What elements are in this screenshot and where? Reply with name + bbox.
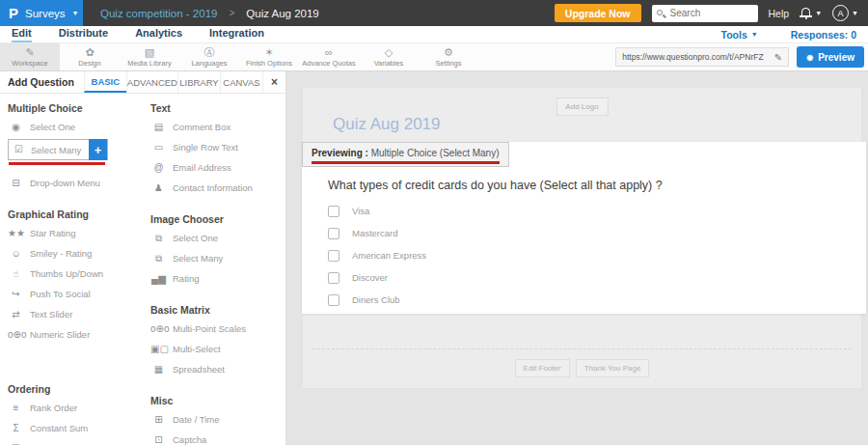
question-type-drag-and-drop[interactable]: ❏Drag and Drop: [8, 438, 143, 445]
question-type-email-address[interactable]: @Email Address: [150, 157, 285, 178]
toolbar-media-library[interactable]: ▧Media Library: [120, 43, 179, 70]
option-row-mastercard: Mastercard: [328, 222, 426, 244]
question-type-push-to-social[interactable]: ↪Push To Social: [8, 284, 143, 304]
add-logo-button[interactable]: Add Logo: [556, 97, 608, 116]
question-type-smiley-rating[interactable]: ☺Smiley - Rating: [8, 243, 143, 264]
label-comment-box: Comment Box: [173, 122, 231, 132]
person-icon: ♟: [150, 183, 167, 193]
add-question-plus-button[interactable]: +: [89, 139, 107, 160]
question-type-select-many[interactable]: ☑Select Many+: [8, 139, 108, 160]
basic-matrix-section: Basic Matrixo⊕oMulti-Point Scales▣▢Multi…: [150, 304, 285, 379]
question-type-numeric-slider[interactable]: o⊕oNumeric Slider: [8, 324, 143, 345]
menu-bar: EditDistributeAnalyticsIntegration Tools…: [0, 26, 868, 43]
menu-integration[interactable]: Integration: [209, 26, 264, 42]
brand-block[interactable]: P Surveys ▼: [0, 0, 83, 26]
toolbar-variables[interactable]: ◇Variables: [359, 43, 419, 70]
survey-card: Add Logo Quiz Aug 2019 Previewing : Mult…: [302, 87, 862, 389]
account-control[interactable]: A ▼: [832, 5, 858, 21]
question-type-rank-order[interactable]: ≡Rank Order: [8, 398, 143, 418]
toolbar-design[interactable]: ✿Design: [60, 43, 120, 70]
question-type-rating[interactable]: ▄▆Rating: [150, 268, 285, 289]
option-label-discover: Discover: [352, 272, 388, 283]
question-type-select-one[interactable]: ⧉Select One: [150, 228, 285, 248]
edit-pencil-icon[interactable]: ✎: [774, 52, 782, 63]
question-type-multi-point-scales[interactable]: o⊕oMulti-Point Scales: [150, 319, 285, 339]
top-bar: P Surveys ▼ Quiz competition - 2019 > Qu…: [0, 0, 868, 26]
tab-advanced[interactable]: ADVANCED: [126, 71, 177, 93]
upgrade-now-button[interactable]: Upgrade Now: [555, 4, 641, 22]
menu-distribute[interactable]: Distribute: [59, 26, 108, 42]
variables-tag-icon: ◇: [385, 47, 393, 58]
option-row-visa: Visa: [328, 200, 426, 222]
surveys-menu[interactable]: Surveys: [25, 8, 66, 19]
radio-icon: ◉: [8, 123, 24, 132]
question-type-single-row-text[interactable]: ▭Single Row Text: [150, 137, 285, 157]
toolbar-languages[interactable]: ⒶLanguages: [179, 43, 239, 70]
survey-url-field[interactable]: https://www.questionpro.com/t/APNrFZ ✎: [615, 47, 789, 67]
media-library-icon: ▧: [145, 47, 154, 58]
menu-analytics[interactable]: Analytics: [135, 26, 182, 42]
tools-menu[interactable]: Tools▼: [721, 29, 758, 41]
checkbox-diners-club[interactable]: [328, 294, 339, 306]
option-row-diners-club: Diners Club: [328, 289, 426, 311]
search-icon: [657, 9, 666, 18]
question-type-select-many[interactable]: ⧉Select Many: [150, 248, 285, 268]
question-type-drop-down-menu[interactable]: ⊟Drop-down Menu: [8, 173, 143, 193]
notifications-control[interactable]: ▼: [800, 7, 822, 19]
tab-library[interactable]: LIBRARY: [177, 71, 220, 93]
help-link[interactable]: Help: [769, 8, 790, 19]
question-preview-card: What types of credit cards do you have (…: [302, 142, 866, 314]
workspace-toolbar: ✎Workspace✿Design▧Media LibraryⒶLanguage…: [0, 43, 868, 71]
calendar-icon: ⊞: [150, 415, 167, 425]
toolbar-right: https://www.questionpro.com/t/APNrFZ ✎ ◉…: [615, 43, 868, 70]
option-label-diners-club: Diners Club: [352, 294, 400, 305]
graphical-rating-header: Graphical Rating: [8, 209, 143, 220]
dropdown-icon: ⊟: [8, 179, 24, 188]
question-type-contact-information[interactable]: ♟Contact Information: [150, 178, 285, 198]
answer-options: VisaMastercardAmerican ExpressDiscoverDi…: [328, 200, 426, 311]
close-icon[interactable]: ×: [262, 71, 285, 93]
spreadsheet-icon: ▦: [150, 365, 167, 375]
image-select-one-icon: ⧉: [150, 234, 167, 243]
question-type-comment-box[interactable]: ▤Comment Box: [150, 117, 285, 137]
question-type-captcha[interactable]: ⊡Captcha: [150, 430, 285, 445]
search-input[interactable]: [670, 8, 751, 18]
checkbox-discover[interactable]: [328, 272, 339, 284]
question-type-select-many-selected: ☑Select Many+: [8, 139, 143, 165]
breadcrumb-parent[interactable]: Quiz competition - 2019: [100, 8, 217, 19]
toolbar-finish-options[interactable]: ✶Finish Options: [239, 43, 299, 70]
responses-count[interactable]: Responses: 0: [791, 29, 856, 41]
tab-basic[interactable]: BASIC: [84, 71, 126, 93]
checkbox-american-express[interactable]: [328, 250, 339, 262]
question-type-select-one[interactable]: ◉Select One: [8, 117, 143, 137]
question-type-constant-sum[interactable]: ΣConstant Sum: [8, 418, 143, 438]
question-type-star-rating[interactable]: ★★Star Rating: [8, 223, 143, 243]
panel-title: Add Question: [0, 71, 84, 93]
menu-edit[interactable]: Edit: [12, 26, 32, 42]
search-box[interactable]: [652, 5, 758, 22]
previewing-chip: Previewing : Multiple Choice (Select Man…: [302, 142, 509, 167]
menu-items: EditDistributeAnalyticsIntegration: [12, 26, 291, 42]
checkbox-visa[interactable]: [328, 206, 339, 217]
edit-footer-button[interactable]: Edit Footer: [515, 359, 570, 377]
question-type-spreadsheet[interactable]: ▦Spreadsheet: [150, 359, 285, 379]
toolbar-settings[interactable]: ⚙Settings: [419, 43, 478, 70]
toolbar-workspace[interactable]: ✎Workspace: [0, 43, 60, 70]
tab-canvas[interactable]: CANVAS: [220, 71, 262, 93]
toolbar-advance-quotas[interactable]: ∞Advance Quotas: [299, 43, 359, 70]
workspace-icon: ✎: [25, 47, 34, 58]
red-underline: [312, 161, 500, 164]
previewing-value: Multiple Choice (Select Many): [371, 148, 500, 158]
question-type-multi-select[interactable]: ▣▢Multi-Select: [150, 339, 285, 359]
breadcrumb: Quiz competition - 2019 > Quiz Aug 2019: [100, 8, 319, 19]
question-type-text-slider[interactable]: ⇄Text Slider: [8, 304, 143, 324]
questionpro-logo-icon: P: [9, 6, 18, 20]
preview-button[interactable]: ◉ Preview: [797, 46, 864, 68]
label-select-one: Select One: [30, 122, 75, 132]
thank-you-page-button[interactable]: Thank You Page: [576, 359, 650, 377]
settings-gear-icon: ⚙: [444, 47, 453, 58]
question-type-date-time[interactable]: ⊞Date / Time: [150, 409, 285, 430]
question-type-thumbs-up-down[interactable]: ☝Thumbs Up/Down: [8, 264, 143, 284]
checkbox-mastercard[interactable]: [328, 228, 339, 239]
thumbs-up-icon: ☝: [8, 269, 24, 279]
